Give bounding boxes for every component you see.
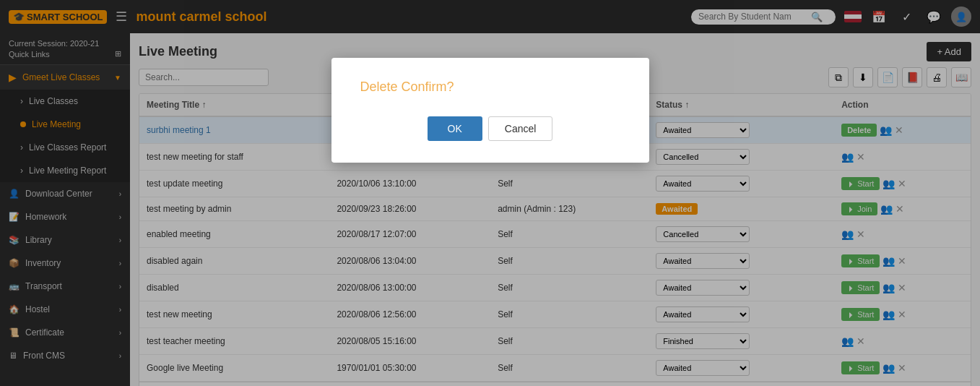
modal-cancel-button[interactable]: Cancel [488, 116, 553, 141]
modal-overlay: Delete Confirm? OK Cancel [0, 0, 980, 386]
modal-ok-button[interactable]: OK [428, 116, 482, 141]
delete-confirm-modal: Delete Confirm? OK Cancel [331, 58, 649, 163]
modal-buttons: OK Cancel [360, 116, 620, 141]
modal-title: Delete Confirm? [360, 80, 620, 95]
